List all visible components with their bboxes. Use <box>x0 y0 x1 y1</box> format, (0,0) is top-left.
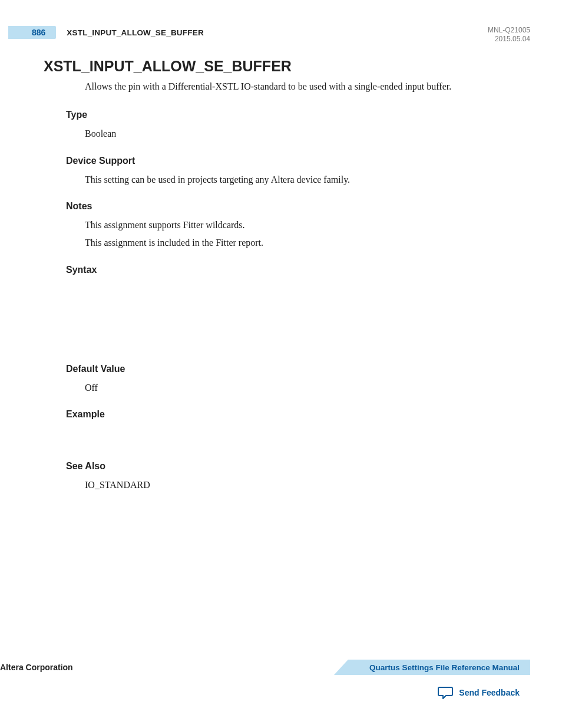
section-notes: Notes This assignment supports Fitter wi… <box>66 201 530 251</box>
page-number-badge: 886 <box>8 26 56 39</box>
section-heading: Example <box>66 409 530 420</box>
running-title: XSTL_INPUT_ALLOW_SE_BUFFER <box>67 28 203 37</box>
section-heading: Type <box>66 110 530 120</box>
notes-line: This assignment supports Fitter wildcard… <box>85 216 530 234</box>
section-heading: Notes <box>66 201 530 212</box>
feedback-icon <box>438 686 453 700</box>
intro-paragraph: Allows the pin with a Differential-XSTL … <box>85 80 530 93</box>
section-type: Type Boolean <box>66 110 530 143</box>
page-title: XSTL_INPUT_ALLOW_SE_BUFFER <box>44 58 518 75</box>
section-heading: Device Support <box>66 156 530 166</box>
manual-link-text: Quartus Settings File Reference Manual <box>369 663 520 672</box>
section-heading: Default Value <box>66 364 530 374</box>
corporation-name: Altera Corporation <box>0 663 73 672</box>
manual-link-ribbon[interactable]: Quartus Settings File Reference Manual <box>334 660 530 675</box>
section-device-support: Device Support This setting can be used … <box>66 156 530 189</box>
page-footer: Altera Corporation Quartus Settings File… <box>0 660 562 700</box>
section-syntax: Syntax <box>66 265 530 275</box>
section-body: This setting can be used in projects tar… <box>85 171 530 189</box>
section-see-also: See Also IO_STANDARD <box>66 461 530 494</box>
section-example: Example <box>66 409 530 420</box>
page-header: 886 XSTL_INPUT_ALLOW_SE_BUFFER MNL-Q2100… <box>32 26 530 44</box>
notes-line: This assignment is included in the Fitte… <box>85 234 530 252</box>
send-feedback-link[interactable]: Send Feedback <box>459 688 520 697</box>
section-default-value: Default Value Off <box>66 364 530 397</box>
section-heading: Syntax <box>66 265 530 275</box>
document-date: 2015.05.04 <box>488 35 530 44</box>
section-heading: See Also <box>66 461 530 472</box>
section-body: IO_STANDARD <box>85 476 530 494</box>
section-body: Boolean <box>85 125 530 143</box>
section-body: Off <box>85 379 530 397</box>
document-id: MNL-Q21005 <box>488 26 530 35</box>
